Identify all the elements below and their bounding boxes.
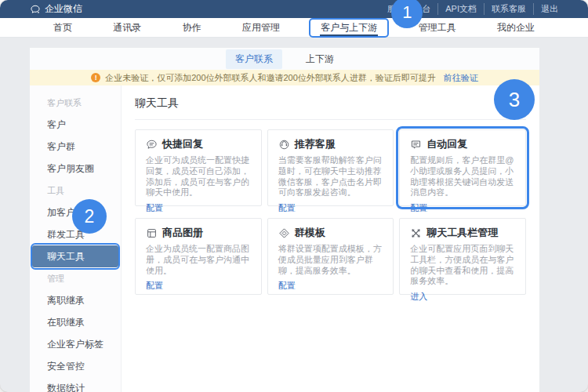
sidebar-item-customer-groups[interactable]: 客户群 xyxy=(30,136,121,158)
card-recommend-service: 推荐客服 当需要客服帮助解答客户问题时，可在聊天中主动推荐微信客服，客户点击名片… xyxy=(267,129,394,206)
main-nav: 首页 通讯录 协作 应用管理 客户与上下游 1 管理工具 我的企业 xyxy=(0,18,588,38)
warning-icon: ! xyxy=(91,73,100,82)
nav-item-my-company[interactable]: 我的企业 xyxy=(491,18,541,37)
card-product-catalog: 商品图册 企业为成员统一配置商品图册，成员可在与客户沟通中使用。 配置 xyxy=(135,218,262,295)
sidebar-item-data-statistics[interactable]: 数据统计 xyxy=(30,377,121,392)
card-title: 快捷回复 xyxy=(162,137,203,151)
quick-reply-icon xyxy=(146,139,158,151)
card-description: 企业可为成员统一配置快捷回复，成员还可自己添加，添加后，成员可在与客户的聊天中使… xyxy=(146,155,251,198)
sidebar-item-customer-moments[interactable]: 客户朋友圈 xyxy=(30,158,121,180)
configure-link[interactable]: 配置 xyxy=(278,202,296,214)
sidebar-item-chat-tools[interactable]: 聊天工具 xyxy=(32,245,118,267)
card-description: 将群设置项配置成模板，方便成员批量应用到客户群聊，提高服务效率。 xyxy=(278,244,383,276)
card-description: 企业可配置应用页面到聊天工具栏，方便成员在与客户的聊天中查看和使用，提高服务效率… xyxy=(410,244,515,287)
sidebar-group-customer-contact: 客户联系 xyxy=(30,92,121,114)
card-title: 商品图册 xyxy=(162,226,203,240)
nav-item-app-management[interactable]: 应用管理 xyxy=(236,18,286,37)
annotation-badge-step2: 2 xyxy=(72,199,107,234)
nav-item-label: 客户与上下游 xyxy=(321,21,377,34)
sidebar-group-management: 管理 xyxy=(30,267,121,289)
page-title: 聊天工具 xyxy=(135,96,526,120)
sidebar-item-customers[interactable]: 客户 xyxy=(30,114,121,136)
recommend-service-icon xyxy=(278,139,290,151)
product-catalog-icon xyxy=(146,227,158,239)
sidebar-item-in-service-inheritance[interactable]: 在职继承 xyxy=(30,311,121,333)
card-title: 群模板 xyxy=(295,226,325,240)
configure-link[interactable]: 配置 xyxy=(146,202,163,214)
configure-link[interactable]: 配置 xyxy=(410,202,427,214)
sub-tabs: 客户联系 上下游 xyxy=(30,48,539,70)
tab-customer-contact[interactable]: 客户联系 xyxy=(226,49,282,69)
card-auto-reply: 自动回复 配置规则后，客户在群里@小助理或服务人员提问，小助理将根据关键词自动发… xyxy=(399,129,526,206)
configure-link[interactable]: 配置 xyxy=(278,280,296,292)
auto-reply-icon xyxy=(410,139,422,151)
verification-notice-bar: ! 企业未验证，仅可添加200位外部联系人和邀请200位外部联系人进群，验证后即… xyxy=(30,70,539,85)
nav-item-customers-upstream-downstream[interactable]: 客户与上下游 1 xyxy=(314,18,383,37)
main-content: 聊天工具 快捷回复 企业可为成员统一配置快捷回复，成员还可自己添加，添加后，成员… xyxy=(122,85,539,392)
sidebar-group-tools: 工具 xyxy=(30,180,121,201)
sidebar-item-resigned-inheritance[interactable]: 离职继承 xyxy=(30,289,121,311)
tab-upstream-downstream[interactable]: 上下游 xyxy=(296,49,343,69)
chat-toolbar-icon xyxy=(410,227,422,239)
group-template-icon xyxy=(278,227,290,239)
sidebar-item-label: 聊天工具 xyxy=(47,251,85,262)
card-group-template: 群模板 将群设置项配置成模板，方便成员批量应用到客户群聊，提高服务效率。 配置 xyxy=(267,218,394,295)
nav-item-collaboration[interactable]: 协作 xyxy=(176,18,208,37)
topbar: 企业微信 服务商后台 API文档 联系客服 退出 xyxy=(0,0,588,18)
sidebar: 客户联系 客户 客户群 客户朋友圈 工具 加客户 群发工具 聊天工具 管理 离职… xyxy=(30,85,122,392)
sidebar-item-security-control[interactable]: 安全管控 xyxy=(30,355,121,377)
card-title: 自动回复 xyxy=(426,137,467,151)
card-description: 配置规则后，客户在群里@小助理或服务人员提问，小助理将根据关键词自动发送消息内容… xyxy=(410,155,515,198)
enter-link[interactable]: 进入 xyxy=(410,291,427,303)
card-description: 当需要客服帮助解答客户问题时，可在聊天中主动推荐微信客服，客户点击名片即可向客服… xyxy=(278,155,383,198)
top-link-api-docs[interactable]: API文档 xyxy=(437,3,484,15)
annotation-badge-step3: 3 xyxy=(494,79,535,120)
go-verify-link[interactable]: 前往验证 xyxy=(444,72,478,84)
nav-item-contacts[interactable]: 通讯录 xyxy=(107,18,147,37)
content-panel: 客户联系 客户 客户群 客户朋友圈 工具 加客户 群发工具 聊天工具 管理 离职… xyxy=(30,85,539,392)
card-title: 聊天工具栏管理 xyxy=(426,226,498,240)
wechat-work-logo-icon xyxy=(30,4,41,15)
card-chat-toolbar-management: 聊天工具栏管理 企业可配置应用页面到聊天工具栏，方便成员在与客户的聊天中查看和使… xyxy=(399,218,526,295)
top-link-logout[interactable]: 退出 xyxy=(533,3,558,15)
sidebar-item-enterprise-customer-tags[interactable]: 企业客户标签 xyxy=(30,333,121,355)
card-description: 企业为成员统一配置商品图册，成员可在与客户沟通中使用。 xyxy=(146,244,251,276)
configure-link[interactable]: 配置 xyxy=(146,280,163,292)
top-link-contact-support[interactable]: 联系客服 xyxy=(484,3,533,15)
card-quick-reply: 快捷回复 企业可为成员统一配置快捷回复，成员还可自己添加，添加后，成员可在与客户… xyxy=(135,129,262,206)
nav-item-home[interactable]: 首页 xyxy=(47,18,78,37)
notice-text: 企业未验证，仅可添加200位外部联系人和邀请200位外部联系人进群，验证后即可提… xyxy=(105,72,436,84)
app-window: 企业微信 服务商后台 API文档 联系客服 退出 首页 通讯录 协作 应用管理 … xyxy=(0,0,588,392)
tool-cards-grid: 快捷回复 企业可为成员统一配置快捷回复，成员还可自己添加，添加后，成员可在与客户… xyxy=(135,129,526,295)
brand-name: 企业微信 xyxy=(45,2,82,16)
brand: 企业微信 xyxy=(30,2,82,16)
card-title: 推荐客服 xyxy=(295,137,336,151)
